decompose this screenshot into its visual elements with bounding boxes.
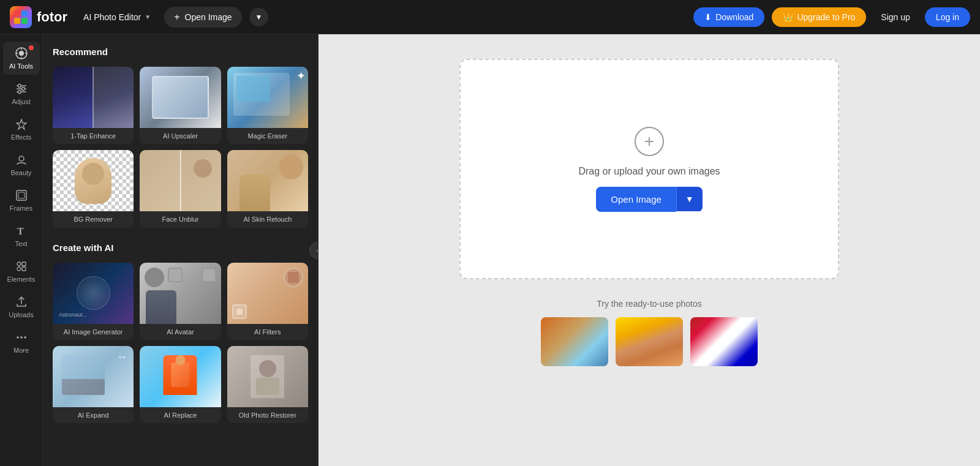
upload-plus-icon: + <box>635 127 664 156</box>
tool-label: Magic Eraser <box>227 128 308 144</box>
sidebar-item-label: Adjust <box>12 98 31 105</box>
chevron-down-icon: ▼ <box>145 13 151 20</box>
tool-card-upscaler[interactable]: AI Upscaler <box>140 67 221 144</box>
sidebar-item-ai-tools[interactable]: AI Tools <box>3 42 40 75</box>
sidebar-item-frames[interactable]: Frames <box>3 184 40 217</box>
ready-photo-1[interactable] <box>541 317 608 366</box>
sidebar-item-label: More <box>13 347 29 354</box>
tools-panel: Recommend 1-Tap Enhance <box>43 34 318 466</box>
svg-rect-3 <box>21 18 28 24</box>
main-layout: AI Tools Adjust Effects <box>0 34 980 466</box>
tool-label: BG Remover <box>53 211 134 227</box>
download-icon: ⬇ <box>704 12 712 22</box>
more-icon <box>15 331 28 344</box>
sidebar-item-uploads[interactable]: Uploads <box>3 290 40 323</box>
svg-point-22 <box>17 267 21 271</box>
ready-photo-2[interactable] <box>616 317 683 366</box>
svg-point-20 <box>17 262 21 266</box>
svg-point-25 <box>20 336 23 339</box>
ready-photo-3[interactable] <box>690 317 758 366</box>
plus-icon: + <box>174 12 179 23</box>
sidebar-item-adjust[interactable]: Adjust <box>3 77 40 110</box>
tool-label: Old Photo Restorer <box>227 407 308 423</box>
recommend-title: Recommend <box>53 47 308 57</box>
sidebar-item-effects[interactable]: Effects <box>3 113 40 146</box>
tool-card-ai-avatar[interactable]: AI Avatar <box>140 263 221 340</box>
open-image-main-group: Open Image ▼ <box>596 187 702 212</box>
open-image-dropdown-button[interactable]: ▼ <box>249 8 269 26</box>
topnav: fotor AI Photo Editor ▼ + Open Image ▼ ⬇… <box>0 0 980 34</box>
sidebar-item-label: Effects <box>11 133 31 141</box>
tool-card-ai-filters[interactable]: AI Filters <box>227 263 308 340</box>
login-button[interactable]: Log in <box>925 7 970 27</box>
ready-photos-label: Try the ready-to-use photos <box>541 299 758 309</box>
tool-card-ai-image-gen[interactable]: NEW Astronaut... AI Image Generator <box>53 263 134 340</box>
canvas-area: + Drag or upload your own images Open Im… <box>318 34 980 466</box>
svg-point-16 <box>19 156 24 161</box>
sidebar-item-label: AI Tools <box>9 62 33 70</box>
tool-label: AI Expand <box>53 407 134 423</box>
upload-zone[interactable]: + Drag or upload your own images Open Im… <box>459 59 839 279</box>
tool-label: AI Image Generator <box>53 324 134 340</box>
icon-sidebar: AI Tools Adjust Effects <box>0 34 43 466</box>
svg-rect-2 <box>14 18 20 24</box>
svg-point-14 <box>21 88 24 91</box>
effects-icon <box>15 118 28 131</box>
upload-text: Drag or upload your own images <box>578 166 720 177</box>
sidebar-item-label: Uploads <box>9 311 33 318</box>
svg-rect-23 <box>22 267 26 271</box>
open-image-main-button[interactable]: Open Image <box>596 187 676 212</box>
notification-dot <box>29 45 34 50</box>
elements-icon <box>15 260 28 273</box>
svg-rect-0 <box>14 10 20 17</box>
svg-point-13 <box>18 85 21 88</box>
sidebar-item-label: Text <box>15 240 27 247</box>
tool-card-eraser[interactable]: ✦ Magic Eraser <box>227 67 308 144</box>
download-button[interactable]: ⬇ Download <box>693 7 764 27</box>
svg-point-5 <box>19 51 24 56</box>
svg-point-15 <box>18 91 21 94</box>
tool-label: AI Skin Retouch <box>227 211 308 227</box>
tool-card-bg-remover[interactable]: BG Remover <box>53 150 134 227</box>
open-image-topnav-button[interactable]: + Open Image <box>164 7 241 28</box>
sidebar-item-more[interactable]: More <box>3 326 40 359</box>
create-tools-grid: NEW Astronaut... AI Image Generator <box>53 263 308 424</box>
text-icon: T <box>15 224 28 238</box>
tool-label: Face Unblur <box>140 211 221 227</box>
tool-card-ai-expand[interactable]: ↔ AI Expand <box>53 346 134 423</box>
sidebar-item-label: Frames <box>10 205 32 212</box>
ai-tools-icon <box>15 47 28 60</box>
tool-label: AI Upscaler <box>140 128 221 144</box>
sidebar-item-beauty[interactable]: Beauty <box>3 148 40 181</box>
tool-label: AI Filters <box>227 324 308 340</box>
app-mode-button[interactable]: AI Photo Editor ▼ <box>77 9 157 26</box>
sidebar-item-label: Elements <box>7 276 36 283</box>
svg-text:T: T <box>17 226 24 236</box>
tool-card-face-unblur[interactable]: Face Unblur <box>140 150 221 227</box>
tool-card-enhance[interactable]: 1-Tap Enhance <box>53 67 134 144</box>
svg-rect-1 <box>21 10 28 17</box>
svg-point-24 <box>17 336 19 339</box>
logo: fotor <box>10 6 67 28</box>
tool-label: 1-Tap Enhance <box>53 128 134 144</box>
logo-icon <box>10 6 32 28</box>
tool-label: AI Replace <box>140 407 221 423</box>
frames-icon <box>15 189 28 202</box>
tool-label: AI Avatar <box>140 324 221 340</box>
uploads-icon <box>15 295 28 309</box>
crown-icon: 👑 <box>783 12 793 22</box>
upgrade-button[interactable]: 👑 Upgrade to Pro <box>772 7 866 27</box>
create-title: Create with AI <box>53 242 308 253</box>
sidebar-item-elements[interactable]: Elements <box>3 255 40 288</box>
svg-rect-21 <box>22 262 26 266</box>
svg-rect-18 <box>18 192 24 198</box>
svg-point-26 <box>24 336 26 339</box>
signup-button[interactable]: Sign up <box>873 7 917 27</box>
tool-card-skin-retouch[interactable]: AI Skin Retouch <box>227 150 308 227</box>
beauty-icon <box>15 153 28 167</box>
sidebar-item-text[interactable]: T Text <box>3 219 40 252</box>
svg-rect-17 <box>17 190 26 200</box>
tool-card-ai-replace[interactable]: AI Replace <box>140 346 221 423</box>
open-image-main-dropdown-button[interactable]: ▼ <box>676 187 703 211</box>
tool-card-old-photo[interactable]: Old Photo Restorer <box>227 346 308 423</box>
